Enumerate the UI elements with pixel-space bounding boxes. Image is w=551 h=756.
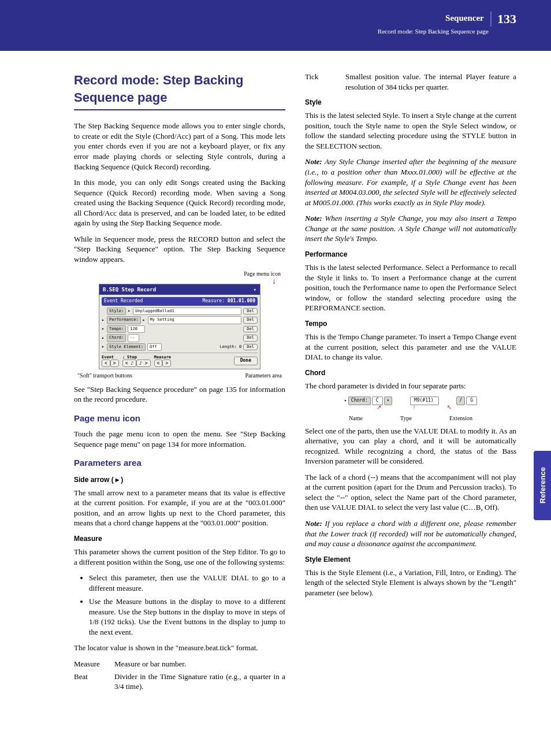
scr-del-btn: Del	[243, 326, 258, 332]
screenshot-label-pagemenu: Page menu icon	[74, 270, 285, 278]
see-ref: See "Step Backing Sequence procedure" on…	[74, 384, 285, 405]
chord-ext-lbl: Extension	[449, 414, 472, 423]
scr-measure-lbl: Measure:	[202, 298, 225, 303]
scr-measure-val: 001.01.000	[228, 298, 255, 303]
prev-icon: <	[102, 360, 110, 367]
h3-measure: Measure	[74, 534, 285, 543]
p-measure: This parameter shows the current positio…	[74, 547, 285, 567]
note-chord: Note: If you replace a chord with a diff…	[305, 518, 516, 549]
p-sidearrow: The small arrow next to a parameter mean…	[74, 488, 285, 528]
p-chord-select: Select one of the parts, then use the VA…	[305, 426, 516, 466]
scr-caption-right: Parameters area	[245, 372, 282, 380]
arrow-icon: ↓	[74, 279, 285, 284]
page-header: Sequencer 133 Record mode: Step Backing …	[0, 0, 551, 51]
list-item: Select this parameter, then use the VALU…	[89, 573, 285, 593]
def-beat-d: Divider in the Time Signature ratio (e.g…	[114, 672, 285, 692]
scr-del-btn: Del	[243, 308, 258, 314]
h3-performance: Performance	[305, 250, 516, 259]
page-content: Record mode: Step Backing Sequence page …	[0, 51, 551, 733]
p-performance: This is the latest selected Performance.…	[305, 262, 516, 313]
menu-icon: ▾	[254, 286, 256, 293]
dropdown-icon: ▾	[384, 396, 393, 405]
chord-figure: ▸ Chord: C ▾ M9(#11) / G ↗↑↖ Name Type E…	[344, 396, 477, 422]
screenshot-window: B.SEQ Step Record ▾ Event Recorded Measu…	[99, 284, 260, 369]
def-beat-t: Beat	[74, 672, 114, 692]
def-measure-d: Measure or bar number.	[114, 659, 285, 669]
p-chord-lack: The lack of a chord (--) means that the …	[305, 472, 516, 513]
scr-length: Length: 0	[219, 344, 241, 350]
scr-chord-val: --	[128, 334, 139, 342]
scr-done-btn: Done	[234, 357, 258, 365]
side-tab-reference: Reference	[534, 451, 551, 520]
scr-del-btn: Del	[243, 335, 258, 341]
scr-perf-lbl: Performance:	[107, 316, 141, 324]
chord-lbl: Chord:	[348, 396, 371, 405]
note-style2: Note: When inserting a Style Change, you…	[305, 213, 516, 244]
screenshot-figure: Page menu icon ↓ B.SEQ Step Record ▾ Eve…	[74, 270, 285, 379]
h3-styleelement: Style Element	[305, 555, 516, 564]
scr-se-val: Off	[147, 343, 162, 351]
measure-list: Select this parameter, then use the VALU…	[74, 573, 285, 637]
h2-params: Parameters area	[74, 457, 285, 469]
def-measure-t: Measure	[74, 659, 114, 669]
list-item: Use the Measure buttons in the display t…	[89, 596, 285, 637]
scr-caption-left: "Soft" transport buttons	[77, 372, 132, 380]
p-pagemenu: Touch the page menu icon to open the men…	[74, 429, 285, 449]
scr-tempo-lbl: Tempo:	[107, 325, 126, 333]
h3-style: Style	[305, 98, 516, 107]
chord-slash: /	[456, 396, 465, 405]
header-subtitle: Record mode: Step Backing Sequence page	[0, 28, 489, 35]
page-title: Record mode: Step Backing Sequence page	[74, 72, 285, 110]
scr-chord-lbl: Chord:	[107, 334, 126, 342]
p-styleelement: This is the Style Element (i.e., a Varia…	[305, 568, 516, 598]
scr-subheader: Event Recorded Measure: 001.01.000	[102, 297, 258, 306]
h3-chord: Chord	[305, 368, 516, 377]
intro-p3: While in Sequencer mode, press the RECOR…	[74, 234, 285, 265]
header-section: Sequencer	[445, 13, 484, 23]
note-style1: Note: Any Style Change inserted after th…	[305, 157, 516, 207]
scr-event-recorded: Event Recorded	[104, 298, 143, 305]
intro-p1: The Step Backing Sequence mode allows yo…	[74, 121, 285, 172]
intro-p2: In this mode, you can only edit Songs cr…	[74, 177, 285, 228]
p-tempo: This is the Tempo Change parameter. To i…	[305, 332, 516, 362]
chord-ext-val: G	[466, 396, 477, 405]
chord-type-lbl: Type	[400, 414, 412, 423]
scr-del-btn: Del	[243, 317, 258, 323]
next-icon: >	[110, 360, 119, 367]
scr-titlebar: B.SEQ Step Record ▾	[99, 284, 260, 295]
scr-title-text: B.SEQ Step Record	[103, 286, 156, 293]
step-prev-icon: < ♪	[122, 360, 136, 367]
chord-name-lbl: Name	[349, 414, 363, 423]
scr-del-btn: Del	[243, 344, 258, 350]
h3-tempo: Tempo	[305, 319, 516, 328]
scr-style-val: UnpluggedBallad1	[133, 307, 241, 315]
def-tick-t: Tick	[305, 72, 345, 92]
meas-prev-icon: <	[154, 360, 163, 367]
p-locator: The locator value is shown in the "measu…	[74, 643, 285, 653]
scr-se-lbl: Style Element:	[107, 343, 146, 351]
scr-style-lbl: Style:	[107, 307, 126, 315]
page-number: 133	[490, 12, 516, 27]
step-next-icon: ♪ >	[136, 360, 150, 367]
def-tick-d: Smallest position value. The internal Pl…	[345, 72, 516, 92]
meas-next-icon: >	[162, 360, 171, 367]
h3-sidearrow: Side arrow ( ▸ )	[74, 475, 285, 484]
h2-pagemenu: Page menu icon	[74, 413, 285, 424]
p-style: This is the latest selected Style. To in…	[305, 110, 516, 151]
scr-perf-val: My Setting	[148, 316, 242, 324]
p-chord-intro: The chord parameter is divided in four s…	[305, 381, 516, 391]
scr-tempo-val: 120	[128, 325, 145, 333]
